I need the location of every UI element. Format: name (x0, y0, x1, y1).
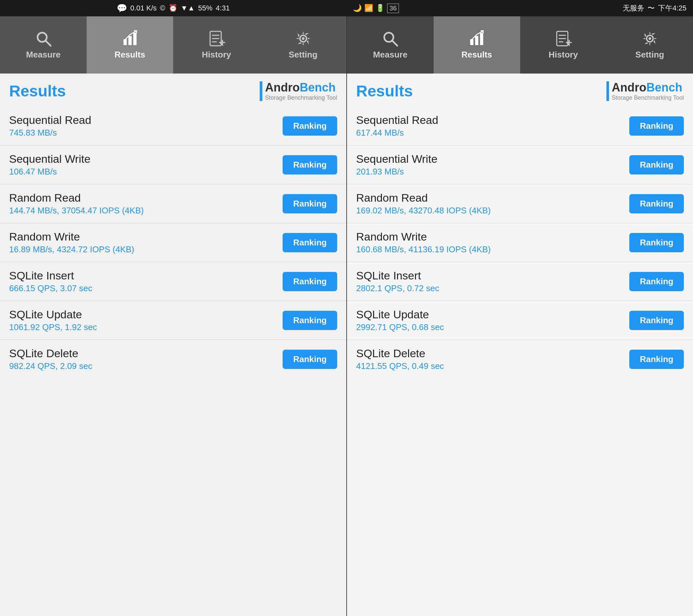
right-benchmark-value-2: 169.02 MB/s, 43270.48 IOPS (4KB) (356, 205, 491, 216)
left-ranking-btn-1[interactable]: Ranking (283, 155, 337, 175)
left-results-panel: Results AndroBench Storage Benchmarking … (0, 74, 346, 616)
wechat-icon: 💬 (117, 3, 127, 14)
left-benchmark-name-3: Random Write (9, 231, 134, 243)
speed-display: 0.01 K/s (131, 4, 157, 13)
right-benchmark-row-6: SQLite Delete 4121.55 QPS, 0.49 sec Rank… (347, 340, 693, 378)
left-tab-history-label: History (202, 50, 231, 60)
wave-icon: 〜 (648, 3, 655, 13)
right-ranking-btn-5[interactable]: Ranking (629, 311, 684, 330)
right-results-title: Results (356, 82, 413, 100)
right-ranking-btn-0[interactable]: Ranking (629, 116, 684, 136)
time-left: 4:31 (216, 4, 230, 13)
left-results-title: Results (9, 82, 66, 100)
left-tab-history[interactable]: History (173, 16, 260, 74)
right-benchmark-name-4: SQLite Insert (356, 269, 439, 282)
right-benchmark-row-0: Sequential Read 617.44 MB/s Ranking (347, 106, 693, 145)
left-benchmark-row-2: Random Read 144.74 MB/s, 37054.47 IOPS (… (0, 184, 346, 223)
left-logo: AndroBench Storage Benchmarking Tool (260, 81, 337, 101)
right-ranking-btn-3[interactable]: Ranking (629, 233, 684, 252)
left-results-header: Results AndroBench Storage Benchmarking … (0, 74, 346, 106)
right-ranking-btn-6[interactable]: Ranking (629, 350, 684, 369)
left-ranking-btn-2[interactable]: Ranking (283, 194, 337, 213)
right-ranking-btn-2[interactable]: Ranking (629, 194, 684, 213)
left-benchmark-name-4: SQLite Insert (9, 269, 92, 282)
left-tab-bar: Measure Results (0, 16, 346, 74)
left-benchmark-info-2: Random Read 144.74 MB/s, 37054.47 IOPS (… (9, 192, 144, 216)
right-benchmark-name-5: SQLite Update (356, 308, 444, 321)
left-benchmark-name-5: SQLite Update (9, 308, 97, 321)
right-benchmark-info-6: SQLite Delete 4121.55 QPS, 0.49 sec (356, 347, 444, 371)
right-gear-icon (641, 30, 658, 47)
left-benchmark-info-1: Sequential Write 106.47 MB/s (9, 153, 91, 177)
right-panel: Measure Results (346, 16, 693, 616)
history-icon (208, 30, 225, 47)
right-benchmark-name-2: Random Read (356, 192, 491, 204)
search-icon (35, 30, 52, 47)
right-benchmark-name-3: Random Write (356, 231, 491, 243)
right-results-panel: Results AndroBench Storage Benchmarking … (347, 74, 693, 616)
chart-icon (121, 30, 139, 47)
right-benchmark-row-2: Random Read 169.02 MB/s, 43270.48 IOPS (… (347, 184, 693, 223)
wifi-icon: 📶 (364, 4, 373, 13)
right-benchmark-value-1: 201.93 MB/s (356, 167, 437, 177)
battery-display: 55% (198, 4, 212, 13)
left-benchmark-row-3: Random Write 16.89 MB/s, 4324.72 IOPS (4… (0, 223, 346, 262)
right-tab-measure-label: Measure (373, 50, 408, 60)
right-history-icon (555, 30, 572, 47)
left-tab-measure[interactable]: Measure (0, 16, 86, 74)
svg-point-10 (302, 37, 304, 40)
left-benchmark-info-6: SQLite Delete 982.24 QPS, 2.09 sec (9, 347, 92, 371)
left-tab-results-label: Results (115, 50, 145, 60)
right-logo: AndroBench Storage Benchmarking Tool (607, 81, 684, 101)
left-benchmark-info-4: SQLite Insert 666.15 QPS, 3.07 sec (9, 269, 92, 294)
right-tab-history[interactable]: History (520, 16, 607, 74)
left-tab-results[interactable]: Results (86, 16, 173, 74)
right-tab-measure[interactable]: Measure (347, 16, 434, 74)
right-tab-results[interactable]: Results (434, 16, 520, 74)
right-benchmark-info-4: SQLite Insert 2802.1 QPS, 0.72 sec (356, 269, 439, 294)
svg-point-21 (649, 37, 651, 40)
left-ranking-btn-0[interactable]: Ranking (283, 116, 337, 136)
clock-icon: ⏰ (169, 4, 177, 13)
left-benchmark-value-4: 666.15 QPS, 3.07 sec (9, 283, 92, 294)
left-benchmark-row-1: Sequential Write 106.47 MB/s Ranking (0, 145, 346, 184)
right-ranking-btn-4[interactable]: Ranking (629, 272, 684, 291)
left-ranking-btn-6[interactable]: Ranking (283, 350, 337, 369)
right-benchmark-row-4: SQLite Insert 2802.1 QPS, 0.72 sec Ranki… (347, 262, 693, 301)
moon-icon: 🌙 (353, 4, 362, 13)
left-benchmark-value-2: 144.74 MB/s, 37054.47 IOPS (4KB) (9, 205, 144, 216)
right-benchmark-info-5: SQLite Update 2992.71 QPS, 0.68 sec (356, 308, 444, 332)
right-search-icon (382, 30, 399, 47)
left-ranking-btn-4[interactable]: Ranking (283, 272, 337, 291)
signal-icon: ▼▲ (181, 4, 195, 13)
left-benchmark-name-2: Random Read (9, 192, 144, 204)
right-tab-setting[interactable]: Setting (607, 16, 693, 74)
right-benchmark-name-1: Sequential Write (356, 153, 437, 165)
left-benchmark-value-5: 1061.92 QPS, 1.92 sec (9, 322, 97, 332)
left-logo-bar (260, 81, 262, 101)
right-results-header: Results AndroBench Storage Benchmarking … (347, 74, 693, 106)
left-ranking-btn-5[interactable]: Ranking (283, 311, 337, 330)
right-tab-bar: Measure Results (347, 16, 693, 74)
battery-icon: 🔋 (376, 4, 384, 13)
left-logo-text: AndroBench (265, 81, 337, 95)
right-benchmark-info-2: Random Read 169.02 MB/s, 43270.48 IOPS (… (356, 192, 491, 216)
right-logo-sub: Storage Benchmarking Tool (612, 95, 684, 101)
right-benchmark-value-3: 160.68 MB/s, 41136.19 IOPS (4KB) (356, 244, 491, 255)
left-tab-measure-label: Measure (26, 50, 61, 60)
left-tab-setting[interactable]: Setting (260, 16, 346, 74)
right-logo-text: AndroBench (612, 81, 684, 95)
right-ranking-btn-1[interactable]: Ranking (629, 155, 684, 175)
signal-strength: 36 (387, 4, 399, 13)
no-service-text: 无服务 (623, 3, 644, 13)
left-benchmark-row-4: SQLite Insert 666.15 QPS, 3.07 sec Ranki… (0, 262, 346, 301)
right-benchmark-value-5: 2992.71 QPS, 0.68 sec (356, 322, 444, 332)
right-benchmark-info-1: Sequential Write 201.93 MB/s (356, 153, 437, 177)
left-logo-sub: Storage Benchmarking Tool (265, 95, 337, 101)
right-benchmark-row-5: SQLite Update 2992.71 QPS, 0.68 sec Rank… (347, 301, 693, 340)
left-benchmark-info-5: SQLite Update 1061.92 QPS, 1.92 sec (9, 308, 97, 332)
left-ranking-btn-3[interactable]: Ranking (283, 233, 337, 252)
svg-line-12 (392, 41, 397, 46)
right-benchmark-row-3: Random Write 160.68 MB/s, 41136.19 IOPS … (347, 223, 693, 262)
right-benchmark-info-0: Sequential Read 617.44 MB/s (356, 114, 438, 138)
